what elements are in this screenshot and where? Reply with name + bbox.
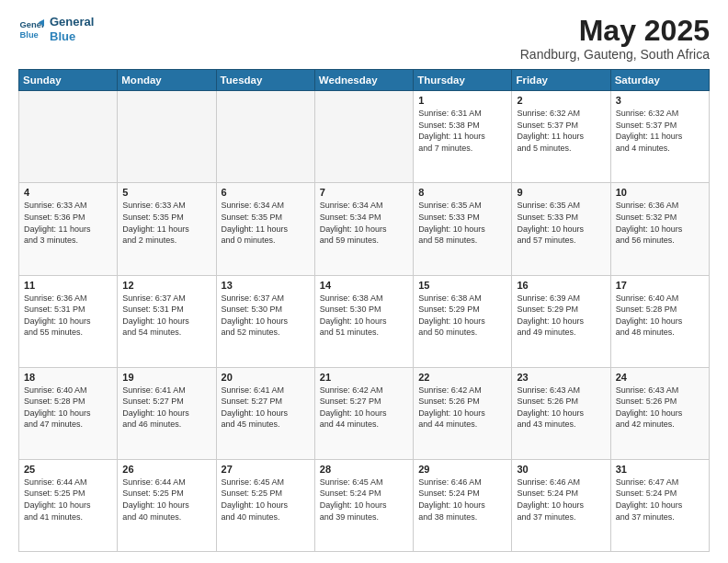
weekday-header-thursday: Thursday bbox=[414, 70, 512, 91]
weekday-header-monday: Monday bbox=[118, 70, 216, 91]
day-info: Sunrise: 6:40 AM Sunset: 5:28 PM Dayligh… bbox=[24, 385, 112, 431]
calendar-cell: 17Sunrise: 6:40 AM Sunset: 5:28 PM Dayli… bbox=[610, 275, 709, 367]
day-number: 30 bbox=[517, 464, 605, 475]
logo: General Blue General Blue bbox=[18, 15, 94, 43]
day-number: 26 bbox=[122, 464, 210, 475]
day-number: 7 bbox=[320, 187, 408, 198]
day-info: Sunrise: 6:37 AM Sunset: 5:31 PM Dayligh… bbox=[122, 293, 210, 339]
calendar-cell: 14Sunrise: 6:38 AM Sunset: 5:30 PM Dayli… bbox=[314, 275, 413, 367]
day-info: Sunrise: 6:47 AM Sunset: 5:24 PM Dayligh… bbox=[616, 477, 704, 523]
calendar-cell: 3Sunrise: 6:32 AM Sunset: 5:37 PM Daylig… bbox=[610, 91, 709, 183]
header: General Blue General Blue May 2025 Randb… bbox=[18, 15, 710, 62]
day-info: Sunrise: 6:41 AM Sunset: 5:27 PM Dayligh… bbox=[122, 385, 210, 431]
day-number: 24 bbox=[616, 372, 704, 383]
calendar-cell: 1Sunrise: 6:31 AM Sunset: 5:38 PM Daylig… bbox=[414, 91, 512, 183]
day-info: Sunrise: 6:46 AM Sunset: 5:24 PM Dayligh… bbox=[517, 477, 605, 523]
page: General Blue General Blue May 2025 Randb… bbox=[0, 0, 728, 563]
calendar-cell: 9Sunrise: 6:35 AM Sunset: 5:33 PM Daylig… bbox=[512, 183, 610, 275]
day-info: Sunrise: 6:38 AM Sunset: 5:29 PM Dayligh… bbox=[418, 293, 506, 339]
calendar-row-2: 11Sunrise: 6:36 AM Sunset: 5:31 PM Dayli… bbox=[19, 275, 710, 367]
day-number: 4 bbox=[24, 187, 112, 198]
svg-text:Blue: Blue bbox=[20, 30, 39, 40]
day-info: Sunrise: 6:34 AM Sunset: 5:35 PM Dayligh… bbox=[222, 200, 310, 246]
day-info: Sunrise: 6:43 AM Sunset: 5:26 PM Dayligh… bbox=[517, 385, 605, 431]
calendar-cell bbox=[19, 91, 118, 183]
logo-blue: Blue bbox=[50, 29, 94, 44]
calendar-table: SundayMondayTuesdayWednesdayThursdayFrid… bbox=[18, 69, 710, 552]
day-number: 17 bbox=[616, 280, 704, 291]
logo-icon: General Blue bbox=[18, 17, 44, 42]
calendar-cell: 15Sunrise: 6:38 AM Sunset: 5:29 PM Dayli… bbox=[414, 275, 512, 367]
subtitle: Randburg, Gauteng, South Africa bbox=[520, 47, 710, 62]
day-info: Sunrise: 6:45 AM Sunset: 5:24 PM Dayligh… bbox=[320, 477, 408, 523]
day-number: 19 bbox=[122, 372, 210, 383]
day-number: 9 bbox=[517, 187, 605, 198]
calendar-cell: 18Sunrise: 6:40 AM Sunset: 5:28 PM Dayli… bbox=[19, 367, 118, 459]
day-number: 28 bbox=[320, 464, 408, 475]
day-number: 11 bbox=[24, 280, 112, 291]
day-number: 21 bbox=[320, 372, 408, 383]
logo-general: General bbox=[50, 15, 94, 29]
day-number: 15 bbox=[418, 280, 506, 291]
day-info: Sunrise: 6:45 AM Sunset: 5:25 PM Dayligh… bbox=[222, 477, 310, 523]
day-number: 13 bbox=[222, 280, 310, 291]
calendar-cell: 4Sunrise: 6:33 AM Sunset: 5:36 PM Daylig… bbox=[19, 183, 118, 275]
calendar-cell: 30Sunrise: 6:46 AM Sunset: 5:24 PM Dayli… bbox=[512, 459, 610, 551]
calendar-cell: 29Sunrise: 6:46 AM Sunset: 5:24 PM Dayli… bbox=[414, 459, 512, 551]
day-info: Sunrise: 6:36 AM Sunset: 5:32 PM Dayligh… bbox=[616, 200, 704, 246]
day-info: Sunrise: 6:35 AM Sunset: 5:33 PM Dayligh… bbox=[517, 200, 605, 246]
calendar-header-row: SundayMondayTuesdayWednesdayThursdayFrid… bbox=[19, 70, 710, 91]
calendar-cell: 19Sunrise: 6:41 AM Sunset: 5:27 PM Dayli… bbox=[118, 367, 216, 459]
day-number: 5 bbox=[122, 187, 210, 198]
calendar-cell: 16Sunrise: 6:39 AM Sunset: 5:29 PM Dayli… bbox=[512, 275, 610, 367]
day-info: Sunrise: 6:34 AM Sunset: 5:34 PM Dayligh… bbox=[320, 200, 408, 246]
day-info: Sunrise: 6:32 AM Sunset: 5:37 PM Dayligh… bbox=[517, 108, 605, 154]
day-info: Sunrise: 6:40 AM Sunset: 5:28 PM Dayligh… bbox=[616, 293, 704, 339]
day-number: 18 bbox=[24, 372, 112, 383]
day-number: 25 bbox=[24, 464, 112, 475]
day-number: 12 bbox=[122, 280, 210, 291]
day-info: Sunrise: 6:33 AM Sunset: 5:35 PM Dayligh… bbox=[122, 200, 210, 246]
day-info: Sunrise: 6:31 AM Sunset: 5:38 PM Dayligh… bbox=[418, 108, 506, 154]
day-info: Sunrise: 6:36 AM Sunset: 5:31 PM Dayligh… bbox=[24, 293, 112, 339]
calendar-row-1: 4Sunrise: 6:33 AM Sunset: 5:36 PM Daylig… bbox=[19, 183, 710, 275]
calendar-cell: 11Sunrise: 6:36 AM Sunset: 5:31 PM Dayli… bbox=[19, 275, 118, 367]
day-number: 27 bbox=[222, 464, 310, 475]
weekday-header-saturday: Saturday bbox=[610, 70, 709, 91]
calendar-cell: 24Sunrise: 6:43 AM Sunset: 5:26 PM Dayli… bbox=[610, 367, 709, 459]
calendar-row-3: 18Sunrise: 6:40 AM Sunset: 5:28 PM Dayli… bbox=[19, 367, 710, 459]
day-info: Sunrise: 6:44 AM Sunset: 5:25 PM Dayligh… bbox=[24, 477, 112, 523]
day-info: Sunrise: 6:32 AM Sunset: 5:37 PM Dayligh… bbox=[616, 108, 704, 154]
calendar-cell: 6Sunrise: 6:34 AM Sunset: 5:35 PM Daylig… bbox=[216, 183, 314, 275]
calendar-cell: 25Sunrise: 6:44 AM Sunset: 5:25 PM Dayli… bbox=[19, 459, 118, 551]
day-number: 8 bbox=[418, 187, 506, 198]
main-title: May 2025 bbox=[520, 15, 710, 47]
calendar-cell: 8Sunrise: 6:35 AM Sunset: 5:33 PM Daylig… bbox=[414, 183, 512, 275]
day-number: 16 bbox=[517, 280, 605, 291]
calendar-cell: 12Sunrise: 6:37 AM Sunset: 5:31 PM Dayli… bbox=[118, 275, 216, 367]
calendar-cell: 20Sunrise: 6:41 AM Sunset: 5:27 PM Dayli… bbox=[216, 367, 314, 459]
day-info: Sunrise: 6:41 AM Sunset: 5:27 PM Dayligh… bbox=[222, 385, 310, 431]
calendar-cell: 28Sunrise: 6:45 AM Sunset: 5:24 PM Dayli… bbox=[314, 459, 413, 551]
calendar-cell: 2Sunrise: 6:32 AM Sunset: 5:37 PM Daylig… bbox=[512, 91, 610, 183]
calendar-cell: 27Sunrise: 6:45 AM Sunset: 5:25 PM Dayli… bbox=[216, 459, 314, 551]
day-number: 10 bbox=[616, 187, 704, 198]
day-number: 22 bbox=[418, 372, 506, 383]
day-info: Sunrise: 6:46 AM Sunset: 5:24 PM Dayligh… bbox=[418, 477, 506, 523]
calendar-cell: 31Sunrise: 6:47 AM Sunset: 5:24 PM Dayli… bbox=[610, 459, 709, 551]
calendar-cell bbox=[118, 91, 216, 183]
day-number: 3 bbox=[616, 95, 704, 106]
calendar-row-0: 1Sunrise: 6:31 AM Sunset: 5:38 PM Daylig… bbox=[19, 91, 710, 183]
calendar-cell: 21Sunrise: 6:42 AM Sunset: 5:27 PM Dayli… bbox=[314, 367, 413, 459]
weekday-header-sunday: Sunday bbox=[19, 70, 118, 91]
day-info: Sunrise: 6:38 AM Sunset: 5:30 PM Dayligh… bbox=[320, 293, 408, 339]
calendar-cell: 10Sunrise: 6:36 AM Sunset: 5:32 PM Dayli… bbox=[610, 183, 709, 275]
day-info: Sunrise: 6:42 AM Sunset: 5:26 PM Dayligh… bbox=[418, 385, 506, 431]
day-number: 2 bbox=[517, 95, 605, 106]
weekday-header-wednesday: Wednesday bbox=[314, 70, 413, 91]
calendar-cell: 22Sunrise: 6:42 AM Sunset: 5:26 PM Dayli… bbox=[414, 367, 512, 459]
calendar-cell: 13Sunrise: 6:37 AM Sunset: 5:30 PM Dayli… bbox=[216, 275, 314, 367]
day-info: Sunrise: 6:43 AM Sunset: 5:26 PM Dayligh… bbox=[616, 385, 704, 431]
day-info: Sunrise: 6:39 AM Sunset: 5:29 PM Dayligh… bbox=[517, 293, 605, 339]
calendar-cell: 23Sunrise: 6:43 AM Sunset: 5:26 PM Dayli… bbox=[512, 367, 610, 459]
